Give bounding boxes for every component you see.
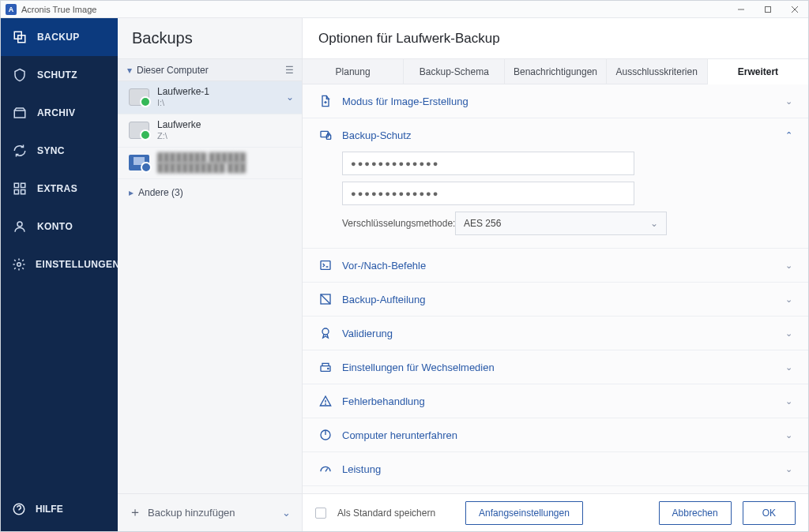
- list-group-other[interactable]: ▸ Andere (3): [118, 179, 302, 206]
- list-heading: Backups: [118, 18, 302, 59]
- entry-path: Z:\: [157, 131, 201, 142]
- nav-label: HILFE: [36, 504, 63, 515]
- button-label: OK: [762, 508, 776, 519]
- acc-label: Computer herunterfahren: [342, 429, 457, 441]
- ok-button[interactable]: OK: [743, 501, 796, 525]
- pc-icon: [129, 155, 149, 170]
- box-icon: [12, 105, 28, 121]
- chevron-down-icon: ⌄: [785, 294, 792, 305]
- initial-settings-button[interactable]: Anfangseinstellungen: [465, 501, 583, 525]
- nav-backup[interactable]: BACKUP: [1, 18, 118, 56]
- options-scroll[interactable]: Modus für Image-Erstellung⌄ Backup-Schut…: [303, 84, 808, 493]
- nav-account[interactable]: KONTO: [1, 208, 118, 245]
- gauge-icon: [318, 462, 333, 476]
- chevron-right-icon: ▸: [129, 187, 134, 198]
- svg-point-19: [322, 328, 329, 335]
- list-group-this-computer[interactable]: ▾ Dieser Computer ☰: [118, 59, 302, 81]
- stack-icon: [12, 29, 28, 45]
- nav-settings[interactable]: EINSTELLUNGEN: [1, 245, 118, 283]
- cancel-button[interactable]: Abbrechen: [659, 501, 732, 525]
- acc-pre-post[interactable]: Vor-/Nach-Befehle⌄: [303, 249, 808, 283]
- svg-point-12: [17, 263, 21, 267]
- warning-icon: [318, 394, 333, 408]
- nav-protect[interactable]: SCHUTZ: [1, 56, 118, 94]
- entry-name: ████████ ██████: [157, 152, 246, 163]
- options-tabs: Planung Backup-Schema Benachrichtigungen…: [303, 59, 808, 84]
- chevron-down-icon: ⌄: [785, 328, 792, 339]
- acc-removable[interactable]: Einstellungen für Wechselmedien⌄: [303, 350, 808, 384]
- chevron-down-icon[interactable]: ⌄: [286, 92, 294, 103]
- group-label: Andere (3): [138, 187, 183, 198]
- lock-icon: [318, 128, 333, 142]
- nav-extras[interactable]: EXTRAS: [1, 170, 118, 208]
- acc-shutdown[interactable]: Computer herunterfahren⌄: [303, 418, 808, 452]
- sync-icon: [12, 143, 28, 159]
- svg-rect-16: [321, 261, 330, 270]
- acc-backup-schutz[interactable]: Backup-Schutz⌃ ●●●●●●●●●●●●● ●●●●●●●●●●●…: [303, 118, 808, 249]
- nav-sync[interactable]: SYNC: [1, 132, 118, 170]
- acc-validate[interactable]: Validierung⌄: [303, 317, 808, 350]
- badge-icon: [318, 326, 333, 340]
- plus-icon: ＋: [129, 504, 141, 521]
- chevron-down-icon: ⌄: [785, 260, 792, 271]
- chevron-down-icon[interactable]: ⌄: [282, 507, 291, 519]
- nav-label: EINSTELLUNGEN: [36, 259, 120, 270]
- password-value: ●●●●●●●●●●●●●: [351, 189, 439, 198]
- nav-archive[interactable]: ARCHIV: [1, 94, 118, 132]
- svg-point-21: [328, 368, 329, 369]
- nav-help[interactable]: HILFE: [1, 487, 118, 531]
- save-default-checkbox[interactable]: [315, 508, 326, 519]
- acc-label: Fehlerbehandlung: [342, 395, 425, 407]
- nav-label: KONTO: [37, 221, 73, 232]
- maximize-button[interactable]: [754, 2, 781, 17]
- options-footer: Als Standard speichern Anfangseinstellun…: [303, 493, 808, 531]
- svg-point-23: [325, 404, 326, 405]
- entry-path: ███████████ ███: [157, 163, 246, 174]
- menu-icon[interactable]: ☰: [285, 65, 294, 76]
- svg-rect-8: [21, 183, 25, 187]
- tab-erweitert[interactable]: Erweitert: [708, 59, 808, 84]
- split-icon: [318, 292, 333, 306]
- acc-error[interactable]: Fehlerbehandlung⌄: [303, 384, 808, 418]
- acc-label: Vor-/Nach-Befehle: [342, 260, 426, 272]
- acc-performance[interactable]: Leistung⌄: [303, 452, 808, 486]
- gear-icon: [12, 257, 26, 272]
- backup-entry-pc[interactable]: ████████ █████████████████ ███: [118, 148, 302, 180]
- svg-rect-7: [14, 183, 18, 187]
- add-backup-button[interactable]: ＋ Backup hinzufügen ⌄: [118, 493, 302, 531]
- acc-label: Backup-Schutz: [342, 129, 411, 141]
- acc-label: Einstellungen für Wechselmedien: [342, 362, 495, 373]
- tab-label: Planung: [336, 66, 371, 77]
- nav-label: SCHUTZ: [37, 69, 77, 81]
- tab-label: Erweitert: [738, 66, 778, 77]
- tab-planung[interactable]: Planung: [303, 59, 404, 84]
- password-confirm-input[interactable]: ●●●●●●●●●●●●●: [342, 182, 634, 205]
- password-input[interactable]: ●●●●●●●●●●●●●: [342, 152, 634, 175]
- grid-icon: [12, 181, 28, 197]
- drive-icon: [318, 360, 333, 374]
- tab-schema[interactable]: Backup-Schema: [404, 59, 505, 84]
- acc-image-mode[interactable]: Modus für Image-Erstellung⌄: [303, 84, 808, 118]
- entry-name: Laufwerke-1: [157, 86, 209, 98]
- add-backup-label: Backup hinzufügen: [148, 507, 235, 519]
- minimize-button[interactable]: [728, 2, 754, 17]
- entry-name: Laufwerke: [157, 119, 201, 131]
- tab-benachrichtigungen[interactable]: Benachrichtigungen: [505, 59, 606, 84]
- acc-label: Validierung: [342, 328, 393, 339]
- acc-label: Backup-Aufteilung: [342, 294, 426, 305]
- svg-line-26: [325, 468, 328, 471]
- tab-ausschluss[interactable]: Ausschlusskriterien: [607, 59, 708, 84]
- backup-entry-laufwerke[interactable]: LaufwerkeZ:\: [118, 114, 302, 148]
- chevron-down-icon: ▾: [127, 65, 132, 76]
- encryption-select[interactable]: AES 256 ⌄: [455, 212, 667, 235]
- close-button[interactable]: [781, 2, 808, 17]
- window-titlebar: A Acronis True Image: [1, 1, 808, 18]
- svg-rect-10: [21, 190, 25, 194]
- page-title: Optionen für Laufwerk-Backup: [303, 18, 808, 59]
- encryption-value: AES 256: [464, 218, 501, 229]
- backup-entry-laufwerke-1[interactable]: Laufwerke-1I:\ ⌄: [118, 81, 302, 114]
- acc-split[interactable]: Backup-Aufteilung⌄: [303, 283, 808, 317]
- nav-label: BACKUP: [37, 32, 80, 43]
- chevron-down-icon: ⌄: [785, 396, 792, 406]
- tab-label: Benachrichtigungen: [514, 66, 597, 77]
